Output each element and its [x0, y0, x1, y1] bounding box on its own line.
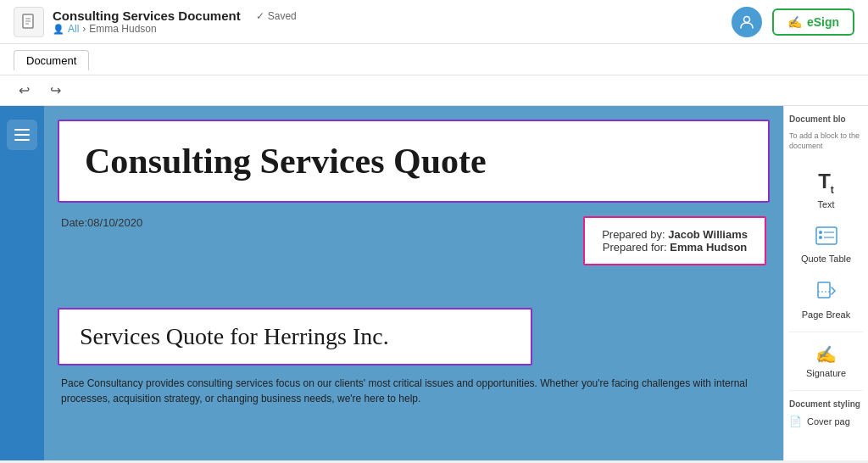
document-icon	[14, 7, 44, 37]
check-icon: ✓	[256, 10, 264, 22]
tab-bar: Document	[0, 44, 868, 75]
sidebar-divider	[789, 332, 863, 332]
styling-label: Document styling	[789, 399, 863, 409]
date-prepared-row: Date:08/10/2020 Prepared by: Jacob Willi…	[58, 216, 770, 265]
breadcrumb-icon: 👤	[53, 24, 64, 35]
header: Consulting Services Document ✓ Saved 👤 A…	[0, 0, 868, 44]
sidebar-description: To add a block to the document	[789, 131, 863, 151]
quote-table-label: Quote Table	[801, 254, 851, 264]
sidebar-menu-icon[interactable]	[7, 120, 37, 150]
cover-page-label: Cover pag	[807, 416, 850, 427]
quote-table-icon	[815, 226, 837, 250]
svg-rect-5	[14, 129, 30, 131]
breadcrumb: 👤 All › Emma Hudson	[53, 23, 297, 35]
svg-rect-6	[14, 134, 30, 136]
dot-1	[392, 282, 401, 291]
right-sidebar: Document blo To add a block to the docum…	[783, 106, 868, 460]
svg-rect-8	[816, 227, 837, 244]
block-item-quote-table[interactable]: Quote Table	[789, 218, 863, 272]
redo-button[interactable]: ↪	[45, 81, 66, 100]
dot-2	[409, 282, 418, 291]
main-layout: Consulting Services Quote Date:08/10/202…	[0, 106, 868, 460]
text-block-label: Text	[817, 199, 834, 209]
svg-rect-13	[818, 282, 830, 298]
avatar-button[interactable]	[732, 7, 762, 37]
page-break-icon	[816, 281, 837, 306]
action-bar: ↩ ↪	[0, 75, 868, 106]
doc-title-area: Consulting Services Document ✓ Saved 👤 A…	[53, 8, 297, 35]
prepared-box[interactable]: Prepared by: Jacob Williams Prepared for…	[583, 216, 766, 265]
cover-page-icon: 📄	[789, 416, 802, 427]
prepared-by-line: Prepared by: Jacob Williams	[602, 228, 748, 241]
svg-point-9	[819, 231, 822, 234]
section-title: Services Quote for Herrings Inc.	[80, 323, 510, 350]
divider-dots	[58, 276, 770, 298]
svg-rect-7	[14, 139, 30, 141]
doc-title: Consulting Services Document	[53, 8, 241, 23]
redo-icon: ↪	[50, 83, 61, 98]
page-break-label: Page Break	[802, 310, 850, 320]
sidebar-divider-2	[789, 390, 863, 391]
esign-icon: ✍	[787, 15, 802, 29]
undo-button[interactable]: ↩	[14, 81, 35, 100]
document-area: Consulting Services Quote Date:08/10/202…	[44, 106, 783, 460]
header-left: Consulting Services Document ✓ Saved 👤 A…	[14, 7, 297, 37]
body-text: Pace Consultancy provides consulting ser…	[58, 376, 770, 406]
tab-document[interactable]: Document	[14, 50, 89, 70]
left-sidebar	[0, 106, 44, 460]
date-text: Date:08/10/2020	[61, 216, 142, 229]
block-item-signature[interactable]: ✍ Signature	[789, 336, 863, 387]
esign-button[interactable]: ✍ eSign	[772, 8, 854, 36]
block-item-page-break[interactable]: Page Break	[789, 272, 863, 328]
block-item-text[interactable]: Tt Text	[789, 161, 863, 218]
text-block-icon: Tt	[818, 170, 834, 196]
dot-3	[426, 282, 435, 291]
main-title: Consulting Services Quote	[85, 142, 743, 181]
title-block[interactable]: Consulting Services Quote	[58, 120, 770, 203]
signature-icon: ✍	[815, 344, 837, 365]
cover-page-item[interactable]: 📄 Cover pag	[789, 412, 863, 431]
signature-label: Signature	[806, 368, 846, 378]
saved-badge: ✓ Saved	[256, 10, 297, 22]
section-title-block[interactable]: Services Quote for Herrings Inc.	[58, 308, 532, 365]
prepared-for-line: Prepared for: Emma Hudson	[602, 241, 748, 254]
svg-point-11	[819, 236, 822, 239]
svg-point-4	[743, 16, 749, 22]
sidebar-section-label: Document blo	[789, 114, 863, 125]
undo-icon: ↩	[19, 83, 30, 98]
header-right: ✍ eSign	[732, 7, 854, 37]
